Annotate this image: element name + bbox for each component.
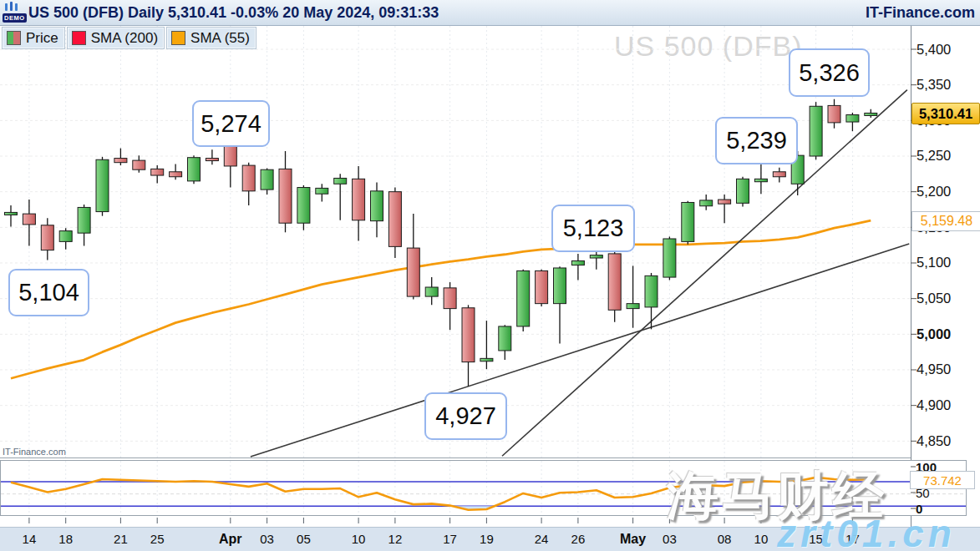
x-axis-label-15: 08 — [708, 532, 741, 546]
chart-title: US 500 (DFB) Daily 5,310.41 -0.03% 20 Ma… — [28, 4, 439, 22]
price-callout-5326: 5,326 — [789, 48, 870, 97]
price-callout-4927: 4,927 — [424, 392, 507, 440]
y-axis-label-5100: 5,100 — [917, 255, 951, 270]
brand-link[interactable]: IT-Finance.com — [866, 4, 975, 22]
candle-body-Apr-22 — [499, 326, 511, 351]
candle-body-May-17 — [846, 115, 859, 123]
x-axis-label-8: 12 — [378, 532, 412, 546]
y-axis-label-4900: 4,900 — [917, 397, 951, 413]
price-callout-5239: 5,239 — [715, 117, 798, 164]
x-axis-label-4: Apr — [214, 532, 247, 547]
x-axis-label-17: 15 — [800, 532, 833, 546]
candle-body-Apr-10 — [353, 179, 365, 220]
candle-body-May-20 — [865, 113, 877, 115]
sma200-swatch-icon — [72, 31, 86, 45]
candle-body-Apr-05 — [297, 188, 310, 224]
price-callout-5123: 5,123 — [551, 205, 635, 252]
candle-body-Mar-25 — [151, 169, 164, 175]
x-axis-label-14: 03 — [652, 532, 686, 546]
candle-body-Apr-30 — [608, 254, 621, 310]
candle-body-Apr-24 — [536, 270, 548, 303]
y-axis-label-5250: 5,250 — [917, 148, 951, 164]
price-callout-5104: 5,104 — [8, 269, 89, 316]
candle-body-May-02 — [645, 276, 658, 307]
legend-price-label: Price — [26, 30, 58, 47]
y-axis-label-4950: 4,950 — [917, 361, 951, 377]
candle-body-Apr-04 — [279, 169, 292, 223]
candle-body-Apr-02 — [242, 165, 255, 191]
candle-body-Apr-17 — [444, 288, 456, 309]
x-axis-label-16: 10 — [744, 532, 778, 546]
candle-body-Apr-29 — [590, 255, 602, 258]
rsi-axis-label-0: 0 — [916, 502, 922, 516]
candle-body-May-16 — [828, 105, 840, 122]
sma55-price-tag: 5,159.48 — [911, 211, 980, 231]
x-axis-label-9: 17 — [434, 532, 467, 546]
y-axis-label-5200: 5,200 — [917, 184, 951, 200]
x-axis-label-18: 17 — [835, 532, 869, 546]
candle-body-Mar-28 — [206, 159, 218, 161]
x-axis-label-6: 05 — [287, 532, 320, 546]
candle-body-May-07 — [700, 200, 713, 206]
x-axis-label-11: 24 — [525, 532, 558, 546]
candle-body-May-08 — [718, 200, 731, 204]
y-axis-label-5000: 5,000 — [917, 326, 951, 342]
legend-sma200-button[interactable]: SMA (200) — [67, 27, 165, 49]
mini-candles-icon — [5, 3, 18, 11]
candle-body-Mar-15 — [41, 225, 53, 250]
candle-body-May-01 — [627, 304, 639, 309]
candle-body-Mar-18 — [59, 231, 72, 242]
x-axis-label-0: 14 — [13, 532, 46, 546]
y-axis-label-5350: 5,350 — [917, 77, 951, 93]
sma55-swatch-icon — [171, 31, 185, 45]
legend-row: Price SMA (200) SMA (55) — [2, 27, 256, 49]
x-axis-label-12: 26 — [561, 532, 595, 546]
price-swatch-icon — [7, 31, 21, 45]
candle-body-Apr-15 — [407, 248, 419, 296]
top-info-bar: DEMO US 500 (DFB) Daily 5,310.41 -0.03% … — [0, 0, 980, 26]
legend-price-button[interactable]: Price — [2, 27, 65, 49]
y-axis-label-5050: 5,050 — [917, 291, 951, 306]
x-axis-label-1: 18 — [49, 532, 83, 546]
candle-body-May-09 — [737, 179, 749, 203]
y-axis-label-5400: 5,400 — [917, 42, 951, 58]
last-price-tag: 5,310.41 — [911, 103, 980, 124]
candle-body-Apr-12 — [388, 192, 401, 247]
candle-body-May-13 — [773, 172, 785, 177]
candle-body-Mar-19 — [78, 207, 90, 233]
candle-body-Apr-11 — [371, 191, 383, 221]
candle-body-May-10 — [754, 179, 767, 181]
candle-body-Apr-08 — [316, 188, 328, 194]
demo-badge: DEMO — [3, 13, 27, 23]
demo-account-icon: DEMO — [3, 3, 23, 23]
y-axis-label-4850: 4,850 — [917, 433, 951, 449]
legend-sma55-label: SMA (55) — [190, 30, 250, 47]
candle-body-Mar-13 — [5, 212, 18, 215]
x-axis-label-5: 03 — [251, 532, 284, 546]
legend-sma200-label: SMA (200) — [91, 30, 158, 47]
candle-body-Mar-22 — [133, 160, 145, 169]
pane-brand-text: IT-Finance.com — [3, 447, 66, 457]
candle-body-May-03 — [663, 239, 676, 277]
rsi-value-tag: 73.742 — [910, 471, 975, 489]
candle-body-Apr-25 — [554, 268, 566, 304]
x-axis-label-2: 21 — [104, 532, 137, 546]
x-axis-label-3: 25 — [140, 532, 174, 546]
candle-body-Apr-26 — [571, 260, 584, 265]
candle-body-Mar-21 — [114, 159, 127, 163]
x-axis-label-10: 19 — [470, 532, 503, 546]
x-axis-label-7: 10 — [342, 532, 375, 546]
candle-body-Apr-03 — [261, 169, 273, 190]
candle-body-Mar-26 — [170, 172, 182, 177]
candle-body-Apr-19 — [480, 358, 493, 361]
candle-body-May-06 — [682, 202, 694, 241]
candle-body-Mar-27 — [188, 158, 201, 181]
candle-body-Apr-09 — [334, 178, 347, 184]
candle-body-Apr-16 — [425, 287, 438, 296]
candle-body-Mar-14 — [23, 214, 35, 225]
x-axis-label-13: May — [617, 532, 650, 547]
candle-body-Apr-23 — [517, 270, 530, 326]
candle-body-Mar-20 — [96, 159, 109, 211]
candle-body-Apr-18 — [462, 308, 475, 362]
legend-sma55-button[interactable]: SMA (55) — [166, 27, 256, 49]
